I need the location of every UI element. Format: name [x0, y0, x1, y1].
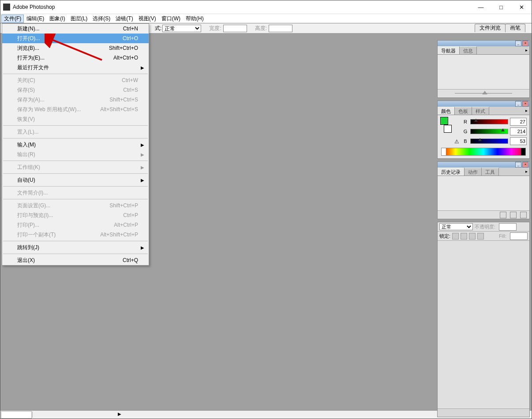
channel-slider-g[interactable]	[470, 129, 508, 134]
panel-menu-icon[interactable]: ▸	[525, 108, 528, 113]
foreground-color[interactable]	[440, 117, 448, 125]
tab-swatches[interactable]: 色板	[455, 107, 472, 115]
tab-tools[interactable]: 工具	[482, 168, 499, 176]
fill-input[interactable]	[510, 232, 528, 240]
menu-item: 保存为 Web 所用格式(W)...Alt+Shift+Ctrl+S	[2, 105, 149, 114]
color-panel: _ × 颜色 色板 样式 ▸ RG⚠B	[437, 101, 530, 159]
navigator-zoom-slider[interactable]	[438, 89, 529, 97]
layer-blend-mode[interactable]: 正常	[439, 223, 473, 230]
channel-slider-r[interactable]	[470, 119, 508, 124]
tab-history[interactable]: 历史记录	[438, 168, 465, 176]
minimize-button[interactable]: —	[471, 0, 491, 14]
trash-icon[interactable]	[520, 212, 527, 218]
height-label: 高度:	[255, 25, 267, 32]
width-input[interactable]	[223, 25, 247, 32]
new-document-icon[interactable]	[510, 212, 517, 218]
panel-minimize-icon[interactable]: _	[515, 162, 521, 168]
menu-file[interactable]: 文件(F)	[1, 15, 24, 23]
lock-transparency-icon[interactable]	[452, 233, 459, 239]
menu-help[interactable]: 帮助(H)	[183, 15, 206, 23]
panel-minimize-icon[interactable]: _	[515, 101, 521, 107]
tab-brushes[interactable]: 画笔	[505, 24, 525, 32]
layers-panel: 正常 不透明度: 锁定: Fill:	[437, 222, 530, 417]
menu-view[interactable]: 视图(V)	[136, 15, 159, 23]
menu-item: 置入(L)...	[2, 127, 149, 137]
opacity-label: 不透明度:	[475, 224, 495, 230]
menu-item[interactable]: 输入(M)▶	[2, 140, 149, 150]
menu-item: 工作组(K)▶	[2, 162, 149, 172]
channel-slider-b[interactable]	[470, 138, 508, 144]
fill-label: Fill:	[499, 233, 506, 239]
menu-item[interactable]: 自动(U)▶	[2, 175, 149, 185]
menu-item: 保存(S)Ctrl+S	[2, 85, 149, 95]
menu-item: 保存为(A)...Shift+Ctrl+S	[2, 95, 149, 105]
background-color[interactable]	[444, 125, 452, 133]
blend-mode-select[interactable]: 正常	[162, 25, 201, 32]
height-input[interactable]	[269, 25, 292, 32]
menu-item[interactable]: 最近打开文件▶	[2, 63, 149, 72]
menu-item[interactable]: 浏览(B)...Shift+Ctrl+O	[2, 43, 149, 53]
channel-input-r[interactable]	[510, 118, 527, 126]
history-panel: _ × 历史记录 动作 工具 ▸	[437, 161, 530, 219]
menu-item: 输出(R)▶	[2, 150, 149, 159]
menu-edit[interactable]: 编辑(E)	[24, 15, 47, 23]
file-menu-dropdown: 新建(N)...Ctrl+N打开(O)...Ctrl+O浏览(B)...Shif…	[2, 23, 149, 266]
menu-item[interactable]: 打开为(E)...Alt+Ctrl+O	[2, 53, 149, 63]
panel-close-icon[interactable]: ×	[522, 101, 528, 107]
lock-all-icon[interactable]	[477, 233, 484, 239]
lock-position-icon[interactable]	[469, 233, 476, 239]
menu-select[interactable]: 选择(S)	[90, 15, 113, 23]
panel-menu-icon[interactable]: ▸	[525, 48, 528, 52]
layer-list	[438, 241, 529, 408]
tab-navigator[interactable]: 导航器	[438, 46, 460, 54]
panel-titlebar[interactable]: _ ×	[438, 101, 529, 107]
menu-layer[interactable]: 图层(L)	[68, 15, 90, 23]
menu-window[interactable]: 窗口(W)	[159, 15, 183, 23]
mode-label: 式:	[155, 25, 161, 32]
navigator-panel: _ × 导航器 信息 ▸	[437, 40, 530, 98]
lock-paint-icon[interactable]	[461, 233, 467, 239]
channel-label: G	[462, 129, 468, 134]
close-button[interactable]: ✕	[511, 0, 532, 14]
titlebar: Adobe Photoshop — □ ✕	[0, 0, 532, 14]
panel-menu-icon[interactable]: ▸	[525, 169, 528, 174]
navigator-view	[438, 55, 529, 89]
panel-titlebar[interactable]: _ ×	[438, 41, 529, 46]
gamut-warning-icon[interactable]: ⚠	[454, 138, 461, 144]
menubar: 文件(F) 编辑(E) 图象(I) 图层(L) 选择(S) 滤镜(T) 视图(V…	[0, 14, 532, 23]
tab-file-browser[interactable]: 文件浏览	[475, 24, 506, 32]
menu-item: 打印(P)...Alt+Ctrl+P	[2, 220, 149, 230]
channel-input-g[interactable]	[510, 127, 527, 135]
foreground-background-swatch[interactable]	[440, 117, 452, 133]
app-title: Adobe Photoshop	[13, 4, 471, 10]
menu-image[interactable]: 图象(I)	[47, 15, 67, 23]
app-window: Adobe Photoshop — □ ✕ 文件(F) 编辑(E) 图象(I) …	[0, 0, 532, 419]
color-spectrum[interactable]	[441, 148, 526, 156]
menu-item[interactable]: 打开(O)...Ctrl+O	[2, 34, 149, 43]
menu-item: 文件简介(I)...	[2, 188, 149, 198]
menu-filter[interactable]: 滤镜(T)	[113, 15, 135, 23]
channel-input-b[interactable]	[510, 137, 527, 145]
tab-color[interactable]: 颜色	[438, 107, 455, 115]
new-snapshot-icon[interactable]	[500, 212, 506, 218]
maximize-button[interactable]: □	[491, 0, 511, 14]
menu-item: 打印一个副本(T)Alt+Shift+Ctrl+P	[2, 230, 149, 239]
menu-item: 关闭(C)Ctrl+W	[2, 75, 149, 85]
panel-minimize-icon[interactable]: _	[515, 41, 521, 46]
panel-close-icon[interactable]: ×	[522, 162, 528, 168]
panel-titlebar[interactable]: _ ×	[438, 162, 529, 168]
tab-info[interactable]: 信息	[460, 46, 477, 54]
menu-item[interactable]: 新建(N)...Ctrl+N	[2, 24, 149, 34]
panels-dock: _ × 导航器 信息 ▸ _ × 颜色 色板 样式 ▸	[437, 40, 530, 419]
menu-item[interactable]: 跳转到(J)▶	[2, 243, 149, 252]
layers-footer	[438, 408, 529, 417]
app-icon	[3, 4, 10, 11]
zoom-field[interactable]	[1, 411, 32, 419]
panel-close-icon[interactable]: ×	[522, 41, 528, 46]
tab-styles[interactable]: 样式	[472, 107, 489, 115]
opacity-input[interactable]	[499, 223, 517, 231]
status-menu-arrow[interactable]: ▶	[116, 411, 123, 419]
history-list	[438, 176, 529, 210]
menu-item[interactable]: 退出(X)Ctrl+Q	[2, 255, 149, 265]
tab-actions[interactable]: 动作	[465, 168, 482, 176]
